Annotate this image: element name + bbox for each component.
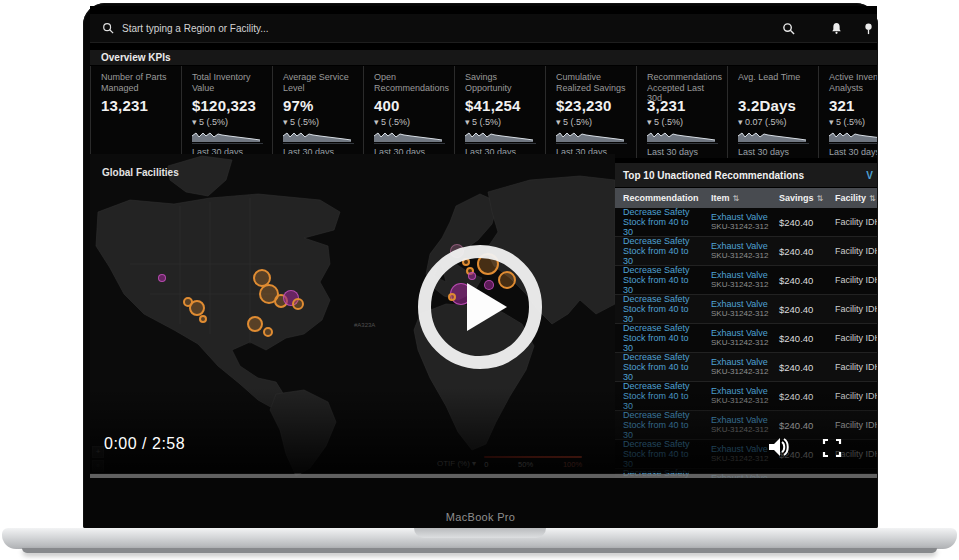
- zoom-in-button[interactable]: +: [92, 446, 104, 458]
- facility-value: Facility IDH9: [827, 304, 877, 314]
- item-link[interactable]: Exhaust Valve: [711, 299, 769, 309]
- sort-icon[interactable]: ⇅: [869, 194, 876, 203]
- device-label: MacBook Pro: [83, 511, 878, 523]
- item-link[interactable]: Exhaust Valve: [711, 386, 769, 396]
- otif-label[interactable]: OTIF (%) ▾: [437, 459, 476, 468]
- facility-bubble[interactable]: [292, 298, 304, 310]
- recommendations-table: Top 10 Unactioned Recommendations V Reco…: [615, 163, 877, 478]
- facility-value: Facility IDH9: [827, 275, 877, 285]
- recommendation-link[interactable]: Decrease Safety Stock from 40 to 30: [623, 410, 701, 440]
- map-annotation: #A323A: [354, 322, 375, 328]
- kpi-sparkline: [738, 129, 807, 142]
- facility-bubble[interactable]: [158, 274, 166, 282]
- map-zoom-controls: + ▫: [92, 446, 104, 474]
- column-header-facility[interactable]: Facility⇅: [827, 193, 877, 203]
- item-link[interactable]: Exhaust Valve: [711, 328, 769, 338]
- table-row: Decrease Safety Stock from 40 to 30 Exha…: [615, 208, 877, 237]
- search-icon[interactable]: [782, 22, 795, 35]
- view-all-link[interactable]: V: [866, 170, 873, 181]
- column-header-item[interactable]: Item⇅: [703, 193, 769, 203]
- kpi-value: $120,323: [192, 97, 263, 114]
- kpi-value: 400: [374, 97, 445, 114]
- zoom-out-button[interactable]: ▫: [92, 460, 104, 472]
- item-sku: SKU-31242-312: [711, 280, 769, 290]
- facility-value: Facility IDH9: [827, 333, 877, 343]
- item-sku: SKU-31242-312: [711, 251, 769, 261]
- otif-slider[interactable]: 0 50% 100%: [484, 456, 582, 469]
- item-sku: SKU-31242-312: [711, 367, 769, 377]
- recommendation-link[interactable]: Decrease Safety Stock from 40 to 30: [623, 207, 701, 237]
- play-button[interactable]: [418, 245, 542, 369]
- otif-slider-track[interactable]: [484, 456, 582, 458]
- kpi-value: 13,231: [101, 97, 172, 114]
- search-input[interactable]: Start typing a Region or Facility...: [122, 23, 269, 34]
- facility-bubble[interactable]: [189, 300, 205, 316]
- column-header-savings[interactable]: Savings⇅: [771, 193, 825, 203]
- kpi-delta: ▾ 5 (.5%): [556, 117, 627, 127]
- map-title: Global Facilities: [102, 167, 179, 178]
- laptop-front-edge: [22, 548, 937, 553]
- recommendation-link[interactable]: Decrease Safety Stock from 40 to 30: [623, 352, 701, 382]
- savings-value: $240.40: [771, 362, 825, 373]
- app-topbar: Start typing a Region or Facility...: [90, 14, 877, 43]
- item-link[interactable]: Exhaust Valve: [711, 444, 769, 454]
- item-sku: SKU-31242-312: [711, 309, 769, 319]
- recommendation-link[interactable]: Decrease Safety Stock from 40 to 30: [623, 294, 701, 324]
- recommendation-link[interactable]: Decrease Safety Stock from 40 to 30: [623, 323, 701, 353]
- recommendation-link[interactable]: Decrease Safety Stock from 40 to 30: [623, 439, 701, 469]
- facility-value: Facility IDH9: [827, 362, 877, 372]
- kpi-sparkline: [829, 129, 877, 142]
- section-title: Overview KPIs: [101, 52, 170, 63]
- facility-value: Facility IDH9: [827, 246, 877, 256]
- kpi-delta: ▾ 5 (.5%): [192, 117, 263, 127]
- table-row: Decrease Safety Stock from 40 to 30 Exha…: [615, 295, 877, 324]
- recommendation-link[interactable]: Decrease Safety Stock from 40 to 30: [623, 381, 701, 411]
- kpi-card: Total Inventory Value $120,323 ▾ 5 (.5%)…: [181, 66, 272, 158]
- kpi-label: Total Inventory Value: [192, 72, 263, 93]
- otif-filter: OTIF (%) ▾ 0 50% 100%: [437, 456, 582, 469]
- sort-icon[interactable]: ⇅: [817, 194, 824, 203]
- kpi-sparkline: [465, 129, 534, 142]
- kpi-delta: ▾ 0.07 (.5%): [738, 117, 809, 127]
- facility-bubble[interactable]: [247, 316, 263, 332]
- kpi-row: Number of Parts Managed 13,231 Total Inv…: [90, 66, 877, 158]
- item-link[interactable]: Exhaust Valve: [711, 270, 769, 280]
- kpi-label: Avg. Lead Time: [738, 72, 809, 93]
- kpi-value: 97%: [283, 97, 354, 114]
- recommendation-link[interactable]: Decrease Safety Stock from 40 to 30: [623, 236, 701, 266]
- item-link[interactable]: Exhaust Valve: [711, 212, 769, 222]
- kpi-label: Number of Parts Managed: [101, 72, 172, 93]
- item-sku: SKU-31242-312: [711, 338, 769, 348]
- facility-value: Facility IDH9: [827, 217, 877, 227]
- search-icon[interactable]: [102, 22, 114, 34]
- savings-value: $240.40: [771, 304, 825, 315]
- kpi-card: Avg. Lead Time 3.2Days ▾ 0.07 (.5%) Last…: [727, 66, 818, 158]
- item-link[interactable]: Exhaust Valve: [711, 357, 769, 367]
- volume-icon[interactable]: [766, 434, 792, 460]
- kpi-delta: ▾ 5 (.5%): [647, 117, 718, 127]
- table-row: Decrease Safety Stock from 40 to 30 Exha…: [615, 382, 877, 411]
- kpi-sparkline: [647, 129, 716, 142]
- facility-bubble[interactable]: [263, 327, 273, 337]
- item-sku: SKU-31242-312: [711, 222, 769, 232]
- location-pin-icon[interactable]: [862, 22, 875, 35]
- notifications-bell-icon[interactable]: [830, 22, 843, 35]
- sort-icon[interactable]: ⇅: [733, 194, 740, 203]
- kpi-card: Active Inventory Analysts 321 ▾ 5 (.5%) …: [818, 66, 877, 158]
- otif-tick: 0: [484, 460, 488, 469]
- item-link[interactable]: Exhaust Valve: [711, 241, 769, 251]
- item-link[interactable]: Exhaust Valve: [711, 415, 769, 425]
- video-progress-bar[interactable]: [90, 474, 877, 478]
- table-header: Recommendation⇅ Item⇅ Savings⇅ Facility⇅: [615, 188, 877, 208]
- kpi-card: Cumulative Realized Savings $23,230 ▾ 5 …: [545, 66, 636, 158]
- column-header-recommendation[interactable]: Recommendation⇅: [615, 193, 701, 203]
- otif-tick: 50%: [518, 460, 533, 469]
- kpi-card: Number of Parts Managed 13,231: [90, 66, 181, 158]
- facility-value: Facility IDH9: [827, 420, 877, 430]
- video-player[interactable]: Start typing a Region or Facility... Ove…: [90, 6, 877, 478]
- fullscreen-icon[interactable]: [822, 438, 842, 458]
- table-row: Decrease Safety Stock from 40 to 30 Exha…: [615, 237, 877, 266]
- facility-bubble[interactable]: [199, 315, 207, 323]
- kpi-sparkline: [556, 129, 625, 142]
- recommendation-link[interactable]: Decrease Safety Stock from 40 to 30: [623, 265, 701, 295]
